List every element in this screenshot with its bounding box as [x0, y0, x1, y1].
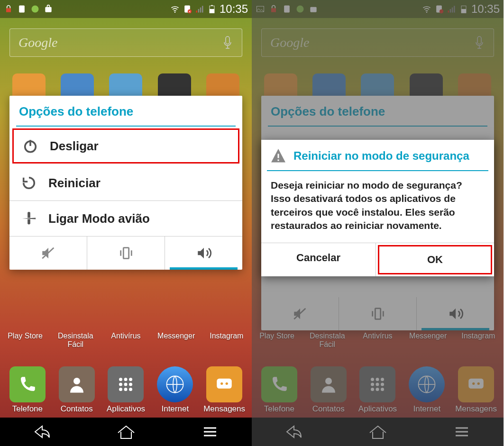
- svg-point-24: [124, 378, 128, 381]
- dock-messages[interactable]: Mensagens: [202, 366, 247, 414]
- battery-icon: [207, 4, 217, 14]
- bag-icon: [44, 4, 53, 14]
- vibrate-icon: [117, 245, 136, 261]
- confirm-body: Deseja reiniciar no modo de segurança? I…: [261, 171, 494, 243]
- nav-bar: [0, 418, 252, 446]
- svg-point-22: [73, 378, 80, 384]
- back-icon[interactable]: [30, 422, 54, 441]
- sound-mode-row: [9, 237, 242, 270]
- svg-text:✕: ✕: [188, 10, 191, 13]
- svg-point-26: [119, 383, 122, 386]
- svg-rect-8: [196, 10, 197, 12]
- android-icon: [30, 4, 40, 14]
- sound-vibrate[interactable]: [87, 237, 165, 270]
- svg-rect-59: [278, 160, 279, 161]
- svg-rect-33: [217, 379, 232, 389]
- search-bar[interactable]: Google: [9, 28, 242, 57]
- home-icon[interactable]: [114, 422, 138, 441]
- svg-point-23: [119, 378, 122, 381]
- option-restart[interactable]: Reiniciar: [9, 165, 242, 201]
- sound-on[interactable]: [165, 237, 242, 270]
- svg-point-34: [220, 382, 223, 385]
- speaker-icon: [194, 245, 213, 261]
- svg-rect-0: [6, 8, 11, 12]
- svg-rect-9: [198, 9, 200, 13]
- phone-icon: [18, 374, 37, 394]
- svg-rect-11: [202, 6, 203, 12]
- msg-icon: [214, 374, 234, 394]
- sound-mute[interactable]: [9, 237, 87, 270]
- svg-point-35: [226, 382, 228, 385]
- screen-left: ✕ 10:35 Google Opções do telefone Deslig…: [0, 0, 252, 446]
- dialog-title: Opções do telefone: [9, 96, 242, 126]
- dock-apps[interactable]: Aplicativos: [103, 366, 148, 414]
- svg-point-4: [174, 11, 176, 12]
- dock-phone[interactable]: Telefone: [5, 366, 50, 414]
- wifi-icon: [170, 4, 180, 14]
- option-label: Ligar Modo avião: [48, 211, 150, 226]
- nosim-icon: ✕: [183, 4, 192, 14]
- airplane-icon: [21, 210, 37, 227]
- option-power-off[interactable]: Desligar: [12, 128, 239, 164]
- contact-icon: [67, 374, 87, 394]
- svg-rect-10: [200, 8, 202, 13]
- power-menu-dialog: Opções do telefone Desligar Reiniciar Li…: [9, 96, 242, 270]
- clock-text: 10:35: [220, 2, 248, 16]
- svg-rect-15: [226, 36, 229, 44]
- confirm-title: Reiniciar no modo de segurança: [293, 149, 469, 163]
- mute-icon: [39, 245, 58, 261]
- svg-rect-14: [211, 5, 212, 6]
- svg-point-27: [124, 383, 128, 386]
- grid-icon: [116, 374, 136, 394]
- search-placeholder: Google: [18, 35, 57, 50]
- mid-app-labels: Play Store Desinstala Fácil Antivírus Me…: [0, 332, 252, 349]
- svg-point-2: [32, 6, 39, 13]
- svg-rect-13: [210, 9, 214, 13]
- svg-rect-58: [278, 154, 279, 158]
- option-label: Reiniciar: [48, 176, 101, 191]
- warning-icon: [270, 147, 287, 164]
- dock-internet[interactable]: Internet: [152, 366, 198, 414]
- power-icon: [22, 138, 38, 154]
- mic-icon[interactable]: [222, 36, 233, 50]
- lock-icon: [4, 4, 13, 14]
- screen-right: 10:35 Google Opções do telefone Reinicia…: [252, 0, 504, 446]
- svg-point-29: [119, 388, 122, 391]
- cancel-button[interactable]: Cancelar: [261, 243, 376, 276]
- sim-icon: [17, 4, 27, 14]
- safe-mode-confirm-dialog: Reiniciar no modo de segurança Deseja re…: [261, 140, 494, 276]
- svg-point-30: [124, 388, 128, 391]
- svg-rect-3: [45, 7, 51, 12]
- status-bar: ✕ 10:35: [0, 0, 252, 18]
- signal-icon: [195, 4, 204, 14]
- dock: Telefone Contatos Aplicativos Internet M…: [0, 366, 252, 414]
- svg-point-25: [129, 378, 132, 381]
- svg-point-31: [129, 388, 132, 391]
- menu-icon[interactable]: [198, 422, 222, 441]
- globe-icon: [165, 374, 185, 394]
- restart-icon: [21, 175, 37, 191]
- option-label: Desligar: [50, 139, 99, 154]
- svg-point-28: [129, 383, 132, 386]
- dock-contacts[interactable]: Contatos: [54, 366, 100, 414]
- svg-rect-19: [123, 248, 128, 259]
- option-airplane[interactable]: Ligar Modo avião: [9, 201, 242, 237]
- ok-button[interactable]: OK: [378, 245, 492, 274]
- svg-rect-1: [19, 6, 25, 13]
